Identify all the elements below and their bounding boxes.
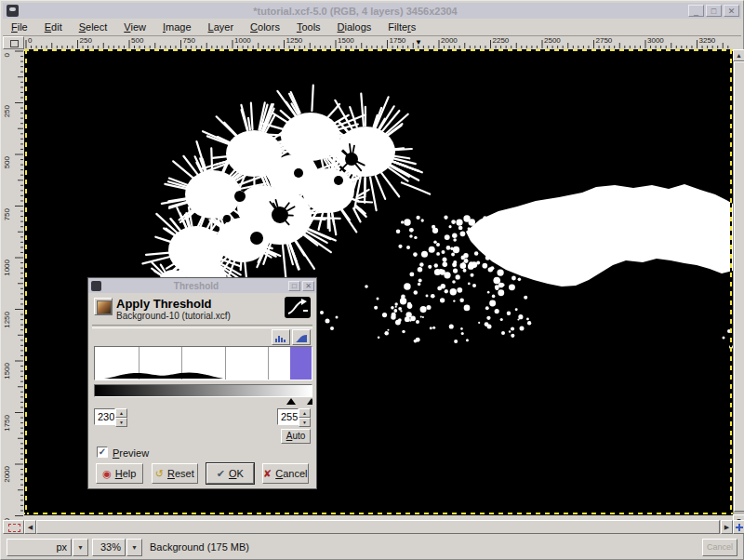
dropdown-arrow-icon[interactable]: ▼ [73, 539, 88, 556]
dialog-subtitle: Background-10 (tutorial.xcf) [116, 311, 231, 321]
threshold-markers[interactable] [94, 397, 312, 406]
dialog-close-button[interactable]: ✕ [302, 281, 314, 291]
gimp-app-icon [7, 5, 19, 17]
preview-checkbox[interactable]: ✓ [97, 447, 108, 458]
vertical-scrollbar-thumb[interactable] [734, 61, 744, 512]
dialog-heading: Apply Threshold [116, 297, 212, 311]
separator [92, 325, 312, 328]
ok-icon: ✔ [217, 469, 225, 479]
menu-item-file[interactable]: File [3, 20, 36, 34]
cancel-icon: ✘ [263, 469, 272, 479]
menu-item-view[interactable]: View [115, 20, 154, 34]
low-threshold-spinbox: ▲ ▼ [94, 408, 127, 425]
dialog-titlebar[interactable]: Threshold □ ✕ [88, 278, 316, 293]
maximize-button[interactable]: □ [706, 5, 722, 17]
help-button[interactable]: ◉Help [96, 463, 143, 484]
auto-button[interactable]: Auto [281, 429, 311, 444]
high-marker-icon[interactable] [307, 398, 312, 405]
menu-bar: FileEditSelectViewImageLayerColorsToolsD… [3, 19, 741, 36]
status-bar: px ▼ 33% ▼ Background (175 MB) Cancel [3, 537, 741, 559]
menu-item-dialogs[interactable]: Dialogs [329, 20, 380, 34]
ruler-label: 3000 [647, 37, 664, 45]
ruler-label: 1500 [338, 37, 354, 45]
ruler-label: 0 [4, 53, 11, 57]
low-marker-icon[interactable] [286, 398, 296, 405]
tool-logo-icon [285, 297, 311, 318]
ruler-label: 250 [80, 37, 92, 45]
scroll-up-button[interactable]: ▲ [733, 49, 744, 61]
horizontal-scrollbar-thumb[interactable] [36, 520, 720, 534]
ruler-label: 2000 [441, 37, 458, 45]
progress-cancel-button[interactable]: Cancel [702, 539, 737, 556]
layer-thumbnail [97, 300, 112, 314]
dialog-action-buttons: ◉Help↺Reset✔OK✘Cancel [96, 463, 309, 484]
ok-button[interactable]: ✔OK [206, 463, 254, 484]
ruler-label: 1250 [4, 312, 11, 328]
ruler-label: 750 [4, 208, 11, 220]
layer-thumbnail-button[interactable] [94, 298, 113, 315]
ruler-label: 2500 [544, 37, 561, 45]
histogram-curve [95, 347, 312, 380]
scroll-left-button[interactable]: ◀ [24, 520, 36, 534]
ruler-label: 250 [4, 105, 11, 117]
spin-up-icon[interactable]: ▲ [115, 408, 127, 418]
zoom-value: 33% [92, 539, 126, 556]
ruler-label: 750 [183, 37, 195, 45]
minimize-button[interactable]: _ [688, 5, 704, 17]
menu-item-select[interactable]: Select [71, 20, 116, 34]
zoom-select[interactable]: 33% ▼ [92, 539, 142, 556]
menu-item-layer[interactable]: Layer [200, 20, 243, 34]
linear-histogram-button[interactable] [272, 329, 290, 345]
ruler-label: 2750 [596, 37, 613, 45]
low-threshold-input[interactable] [94, 408, 115, 425]
ruler-label: 1000 [234, 37, 251, 45]
ruler-label: 2250 [493, 37, 510, 45]
quickmask-toggle-button[interactable] [3, 520, 24, 534]
vertical-ruler[interactable]: 0250500750100012501500175020002250 [3, 49, 24, 520]
gradient-bar [94, 384, 312, 397]
spin-up-icon[interactable]: ▲ [299, 408, 311, 418]
ruler-label: 0 [28, 37, 32, 45]
help-icon: ◉ [102, 469, 112, 479]
ruler-label: 3250 [699, 37, 716, 45]
horizontal-ruler[interactable]: 0250500750100012501500175020002250250027… [24, 36, 733, 49]
spin-down-icon[interactable]: ▼ [115, 418, 127, 427]
menu-item-colors[interactable]: Colors [242, 20, 288, 34]
ruler-label: 1750 [390, 37, 406, 45]
close-button[interactable]: ✕ [724, 5, 739, 17]
histogram[interactable] [94, 346, 312, 380]
navigation-button[interactable] [733, 520, 744, 534]
navigation-icon [738, 524, 740, 531]
preview-label: Preview [113, 447, 149, 459]
ruler-label: 1000 [4, 260, 11, 276]
threshold-dialog: Threshold □ ✕ Apply Threshold Background… [87, 277, 317, 489]
linear-histogram-icon [274, 333, 287, 343]
high-threshold-spinbox: ▲ ▼ [277, 408, 311, 425]
dialog-icon [91, 281, 101, 291]
ruler-label: 2000 [4, 466, 11, 483]
ruler-label: 1750 [4, 415, 11, 432]
menu-corner-icon [10, 40, 19, 47]
menu-item-image[interactable]: Image [154, 20, 200, 34]
scroll-right-button[interactable]: ▶ [721, 520, 733, 534]
window-titlebar[interactable]: *tutorial.xcf-5.0 (RGB, 4 layers) 3456x2… [3, 3, 741, 19]
dropdown-arrow-icon[interactable]: ▼ [126, 539, 142, 556]
ruler-corner-button[interactable] [3, 36, 24, 49]
dialog-maximize-button[interactable]: □ [288, 281, 300, 291]
dialog-title: Threshold [104, 281, 288, 291]
menu-item-tools[interactable]: Tools [288, 20, 329, 34]
ruler-position-marker-icon: ▼ [415, 39, 422, 47]
reset-button[interactable]: ↺Reset [152, 463, 199, 484]
high-threshold-input[interactable] [277, 408, 299, 425]
logarithmic-histogram-icon [295, 333, 308, 343]
ruler-label: 500 [131, 37, 143, 45]
unit-select[interactable]: px ▼ [7, 539, 88, 556]
spin-down-icon[interactable]: ▼ [299, 418, 311, 427]
cancel-button[interactable]: ✘Cancel [262, 463, 310, 484]
logarithmic-histogram-button[interactable] [292, 329, 311, 345]
window-title: *tutorial.xcf-5.0 (RGB, 4 layers) 3456x2… [22, 6, 688, 17]
menu-item-filters[interactable]: Filters [379, 20, 424, 34]
unit-value: px [7, 539, 72, 556]
quickmask-icon [8, 524, 20, 532]
menu-item-edit[interactable]: Edit [36, 20, 71, 34]
